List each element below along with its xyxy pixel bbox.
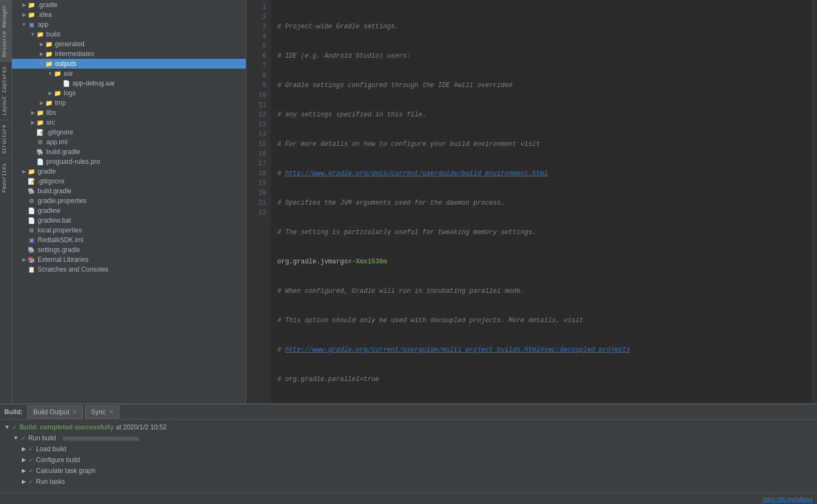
tree-item-proguard[interactable]: ▶ 📄 proguard-rules.pro xyxy=(12,157,246,167)
tree-arrow-gradle[interactable]: ▶ xyxy=(21,2,27,8)
tree-item-libs[interactable]: ▶ 📁 libs xyxy=(12,108,246,118)
line-num-14: 14 xyxy=(251,130,266,139)
tree-label: .gradle xyxy=(38,1,58,9)
tree-item-gitignore-root[interactable]: ▶ 📝 .gitignore xyxy=(12,176,246,186)
tree-arrow-generated[interactable]: ▶ xyxy=(38,41,45,47)
code-line-7: # Specifies the JVM arguments used for t… xyxy=(277,198,805,208)
configure-build-label: Configure build xyxy=(36,455,80,465)
tree-item-gradlew-bat[interactable]: ▶ 📄 gradlew.bat xyxy=(12,216,246,225)
tree-item-app-iml[interactable]: ▶ ⚙ app.iml xyxy=(12,137,246,147)
sidebar-tab-layout-captures[interactable]: Layout Captures xyxy=(0,62,11,120)
folder-icon: 📁 xyxy=(45,50,53,58)
calculate-task-graph-label: Calculate task graph xyxy=(36,466,95,476)
tree-item-build[interactable]: ▼ 📁 build xyxy=(12,29,246,39)
tree-label: aar xyxy=(64,70,73,77)
sidebar-tab-resource-manager[interactable]: Resource Manager xyxy=(0,0,11,62)
tree-item-intermediates[interactable]: ▶ 📁 intermediates xyxy=(12,49,246,59)
folder-icon: 📁 xyxy=(53,69,62,78)
expand-arrow[interactable]: ▶ xyxy=(22,444,26,454)
expand-arrow[interactable]: ▶ xyxy=(22,455,26,465)
tree-item-external-libraries[interactable]: ▶ 📚 External Libraries xyxy=(12,255,246,265)
tree-item-gradle-dir[interactable]: ▶ 📁 gradle xyxy=(12,167,246,176)
sidebar-tab-favorites[interactable]: Favorites xyxy=(0,158,11,197)
tree-item-generated[interactable]: ▶ 📁 generated xyxy=(12,39,246,49)
tree-item-redtalk-iml[interactable]: ▶ ▣ RedtalkSDK.iml xyxy=(12,235,246,245)
file-tree: ▶ 📁 .gradle ▶ 📁 .idea ▼ ▣ app ▼ 📁 build xyxy=(12,0,246,403)
tree-item-build-gradle-app[interactable]: ▶ 🐘 build.gradle xyxy=(12,147,246,157)
sidebar-tab-structure[interactable]: Structure xyxy=(0,120,11,158)
build-progress-container xyxy=(63,433,139,443)
run-tasks-label: Run tasks xyxy=(36,477,65,487)
tree-item-build-gradle-root[interactable]: ▶ 🐘 build.gradle xyxy=(12,186,246,196)
tree-item-app-debug-aar[interactable]: ▶ 📄 app-debug.aar xyxy=(12,78,246,88)
tree-item-local-properties[interactable]: ▶ ⚙ local.properties xyxy=(12,225,246,235)
tree-arrow-build[interactable]: ▼ xyxy=(29,32,36,37)
build-tab-label: Sync xyxy=(91,408,106,416)
collapse-arrow[interactable]: ▼ xyxy=(4,422,10,432)
tree-arrow-outputs[interactable]: ▼ xyxy=(38,61,45,66)
line-num-13: 13 xyxy=(251,120,266,130)
tree-label: build xyxy=(46,30,60,38)
line-num-19: 19 xyxy=(251,179,266,188)
aar-file-icon: 📄 xyxy=(62,79,71,88)
tree-item-src[interactable]: ▶ 📁 src xyxy=(12,118,246,127)
expand-arrow[interactable]: ▼ xyxy=(13,433,19,443)
expand-arrow[interactable]: ▶ xyxy=(22,466,26,476)
tree-label: External Libraries xyxy=(38,256,88,263)
tree-arrow-idea[interactable]: ▶ xyxy=(21,12,27,17)
build-status-text: Build: completed successfully xyxy=(20,422,114,432)
tree-item-scratches[interactable]: ▶ 📋 Scratches and Consoles xyxy=(12,265,246,274)
tree-item-idea[interactable]: ▶ 📁 .idea xyxy=(12,10,246,20)
tree-item-aar[interactable]: ▼ 📁 aar xyxy=(12,69,246,78)
tree-arrow-external-libs[interactable]: ▶ xyxy=(21,257,27,262)
line-num-2: 2 xyxy=(251,12,266,22)
code-content[interactable]: # Project-wide Gradle settings. # IDE (e… xyxy=(271,0,812,403)
tree-label: gradlew xyxy=(38,207,60,214)
success-check-icon: ✓ xyxy=(12,422,17,432)
line-num-17: 17 xyxy=(251,159,266,169)
build-tab-label: Build Output xyxy=(33,408,69,416)
tree-item-settings-gradle[interactable]: ▶ 🐘 settings.gradle xyxy=(12,245,246,255)
tree-label: app xyxy=(38,21,48,28)
build-tab-build-output[interactable]: Build Output ✕ xyxy=(27,405,83,419)
tree-item-gradlew[interactable]: ▶ 📄 gradlew xyxy=(12,206,246,216)
folder-icon: 📁 xyxy=(36,30,45,39)
build-configure-build-row: ▶ ✓ Configure build xyxy=(22,454,813,465)
file-icon: 📄 xyxy=(27,216,36,225)
status-url[interactable]: https://jb.gg/ioflags xyxy=(763,496,813,502)
tree-item-logs[interactable]: ▶ 📁 logs xyxy=(12,88,246,98)
build-main-status-row: ▼ ✓ Build: completed successfully at 202… xyxy=(4,422,813,433)
tree-arrow-gradle-dir[interactable]: ▶ xyxy=(21,169,27,174)
line-num-3: 3 xyxy=(251,22,266,32)
tree-item-gradle-properties[interactable]: ▶ ⚙ gradle.properties xyxy=(12,196,246,206)
tree-label: src xyxy=(46,119,55,126)
build-content: ▼ ✓ Build: completed successfully at 202… xyxy=(0,420,817,493)
gradle-icon: 🐘 xyxy=(36,147,45,156)
tree-arrow-intermediates[interactable]: ▶ xyxy=(38,51,45,57)
build-tab-sync[interactable]: Sync ✕ xyxy=(85,405,119,419)
tree-item-tmp[interactable]: ▶ 📁 tmp xyxy=(12,98,246,108)
folder-icon: 📁 xyxy=(27,1,36,9)
tree-label: .idea xyxy=(38,11,52,19)
tree-item-outputs[interactable]: ▼ 📁 outputs xyxy=(12,59,246,69)
tree-arrow-aar[interactable]: ▼ xyxy=(47,71,53,76)
tree-item-app[interactable]: ▼ ▣ app xyxy=(12,20,246,29)
tree-arrow-tmp[interactable]: ▶ xyxy=(38,100,45,106)
line-num-8: 8 xyxy=(251,71,266,81)
tree-arrow-logs[interactable]: ▶ xyxy=(47,90,53,96)
props-icon: ⚙ xyxy=(27,226,36,235)
build-tabs: Build: Build Output ✕ Sync ✕ xyxy=(0,404,817,420)
bottom-panel: Build: Build Output ✕ Sync ✕ ▼ ✓ Build: … xyxy=(0,403,817,504)
tree-item-gradle[interactable]: ▶ 📁 .gradle xyxy=(12,0,246,10)
close-icon[interactable]: ✕ xyxy=(72,409,77,415)
expand-arrow[interactable]: ▶ xyxy=(22,477,26,487)
tree-label: gradle.properties xyxy=(38,197,87,205)
success-check-icon: ✓ xyxy=(28,455,34,465)
tree-arrow-libs[interactable]: ▶ xyxy=(29,110,36,115)
tree-item-gitignore-app[interactable]: ▶ 📝 .gitignore xyxy=(12,127,246,137)
tree-arrow-app[interactable]: ▼ xyxy=(21,22,27,27)
tree-label: proguard-rules.pro xyxy=(46,158,100,165)
close-icon[interactable]: ✕ xyxy=(109,409,113,415)
tree-arrow-src[interactable]: ▶ xyxy=(29,120,36,125)
success-check-icon: ✓ xyxy=(28,466,34,476)
